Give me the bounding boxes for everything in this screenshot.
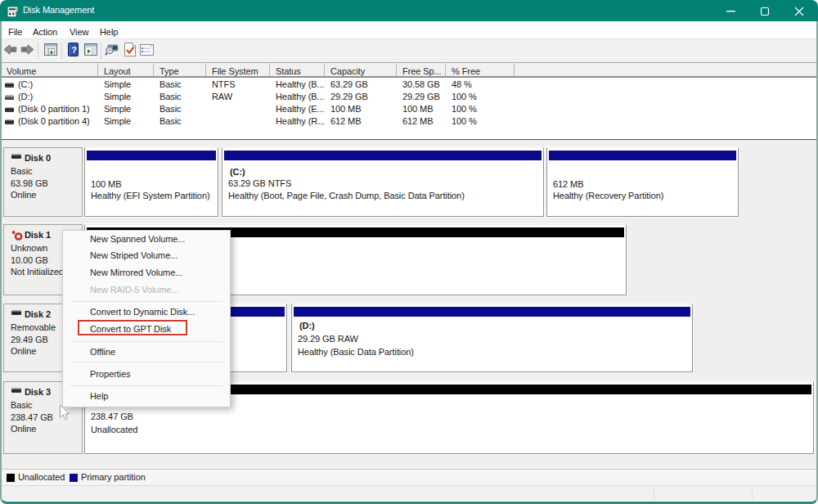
svg-text:?: ? [71, 45, 77, 55]
